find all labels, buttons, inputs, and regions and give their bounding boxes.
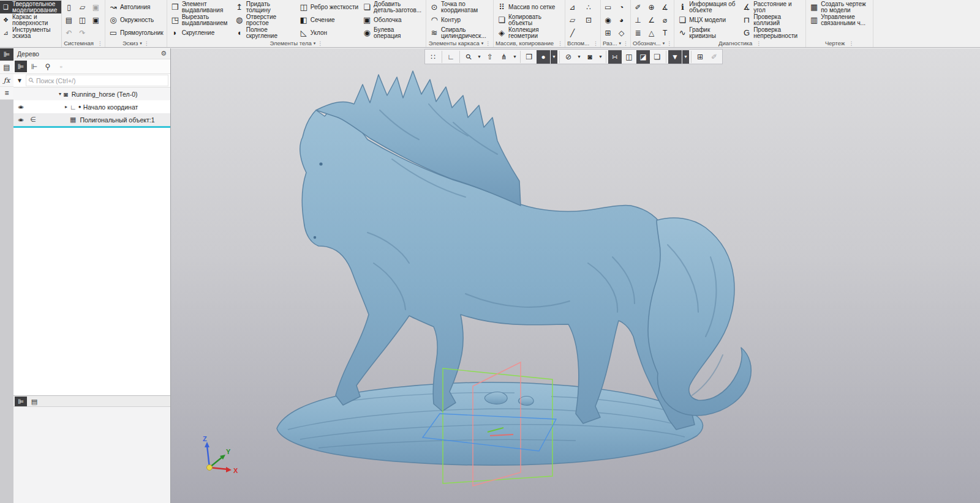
ribbon-button[interactable]: ▣ Оболочка bbox=[361, 13, 424, 26]
ribbon-button[interactable]: ◖ Полное скругление bbox=[233, 26, 296, 39]
triad-icon[interactable]: ⋔ bbox=[497, 50, 511, 64]
ribbon-button[interactable]: ❏ Копировать объекты bbox=[496, 13, 563, 26]
sketch-mode-icon[interactable]: ∟ bbox=[444, 50, 458, 64]
wireframe-box-icon[interactable]: ❒ bbox=[522, 50, 536, 64]
ribbon-button[interactable]: ≋ Спираль цилиндрическ... bbox=[428, 26, 491, 39]
group-dropdown-icon[interactable]: ▾ bbox=[140, 41, 142, 46]
rotate-part-icon[interactable]: ◪ bbox=[636, 50, 650, 64]
ribbon-button[interactable]: ◠ Контур bbox=[428, 13, 491, 26]
ribbon-button[interactable]: ⊞ bbox=[603, 26, 615, 39]
hide-objects-icon[interactable]: ⊘ bbox=[562, 50, 575, 64]
gear-icon[interactable]: ⚙ bbox=[160, 50, 167, 58]
visibility-eye-icon[interactable]: ◉ bbox=[13, 117, 28, 122]
ribbon-button[interactable]: ⠿ Массив по сетке bbox=[496, 1, 563, 13]
tree-row[interactable]: ▾ ◙ Running_horse (Тел-0) bbox=[13, 88, 170, 100]
measure-icon[interactable]: ⊞ bbox=[693, 50, 707, 64]
tree-toolbar-button[interactable]: ⊩ bbox=[28, 61, 40, 72]
ribbon-button[interactable]: ❏ МЦХ модели bbox=[676, 13, 739, 26]
ribbon-button[interactable]: ▤ bbox=[64, 13, 76, 26]
pen-icon[interactable]: ✐ bbox=[707, 50, 721, 64]
ribbon-button[interactable]: ▭ Прямоугольник bbox=[107, 26, 165, 39]
mode-item[interactable]: ❖ Каркас и поверхности bbox=[0, 13, 61, 26]
strip-button[interactable]: ▤ bbox=[0, 61, 13, 74]
ribbon-button[interactable]: ◍ Отверстие простое bbox=[233, 13, 296, 26]
ribbon-button[interactable]: ⊙ Точка по координатам bbox=[428, 1, 491, 13]
expander-icon[interactable]: ▸ bbox=[62, 104, 70, 110]
ribbon-button[interactable]: T bbox=[660, 26, 672, 39]
expander-icon[interactable]: ▾ bbox=[56, 91, 64, 97]
zoom-icon[interactable]: ⚲ bbox=[462, 50, 475, 64]
ribbon-button[interactable]: ↝ Автолиния bbox=[107, 1, 165, 13]
ribbon-button[interactable]: ▱ bbox=[567, 13, 579, 26]
tree-row[interactable]: ◉ ∈ ▦ Полигональный объект:1 bbox=[13, 113, 170, 128]
tree-row[interactable]: ◉ ▸ ∟ ● Начало координат bbox=[13, 100, 170, 113]
ribbon-button[interactable]: G Проверка непрерывности bbox=[741, 26, 804, 39]
ribbon-button[interactable]: ↷ bbox=[77, 26, 89, 39]
ribbon-button[interactable]: ▯ bbox=[64, 1, 76, 13]
ribbon-button[interactable]: ◧ Сечение bbox=[298, 13, 360, 26]
ribbon-button[interactable]: ⌀ bbox=[660, 13, 672, 26]
tree-toolbar-button[interactable]: ⚲ bbox=[42, 61, 54, 72]
ribbon-button[interactable]: ◺ Уклон bbox=[298, 26, 360, 39]
ribbon-button[interactable]: ◎ Окружность bbox=[107, 13, 165, 26]
group-dropdown-icon[interactable]: ▾ bbox=[663, 41, 665, 46]
tree-filter-icon[interactable]: ▼ bbox=[13, 77, 26, 84]
ribbon-button[interactable]: ╱ bbox=[567, 26, 579, 39]
ribbon-button[interactable]: ⊥ bbox=[633, 13, 645, 26]
ribbon-button[interactable]: ⊓ Проверка коллизий bbox=[741, 13, 804, 26]
ribbon-button[interactable]: ◈ Коллекция геометрии bbox=[496, 26, 563, 39]
ribbon-button[interactable]: ▣ bbox=[91, 13, 103, 26]
ribbon-button[interactable]: △ bbox=[646, 26, 658, 39]
grid-icon[interactable]: ∷ bbox=[426, 50, 440, 64]
mode-item[interactable]: ❑ Твердотельное моделирование bbox=[0, 1, 61, 13]
ribbon-button[interactable]: ▣ bbox=[91, 1, 103, 13]
ribbon-button[interactable]: ◫ Ребро жесткости bbox=[298, 1, 360, 13]
clip-view-dropdown[interactable]: ▼ bbox=[597, 50, 604, 64]
ribbon-button[interactable]: ⊿ bbox=[567, 1, 579, 13]
clip-view-icon[interactable]: ◙ bbox=[583, 50, 597, 64]
ribbon-button[interactable]: ✐ bbox=[633, 1, 645, 13]
group-dropdown-icon[interactable]: ▾ bbox=[481, 41, 484, 46]
strip-button[interactable]: ⊫ bbox=[0, 48, 13, 61]
ribbon-button[interactable]: ⊕ bbox=[646, 1, 658, 13]
tree-toolbar-button[interactable]: ▫ bbox=[55, 61, 67, 72]
mode-more-chevron[interactable] bbox=[0, 39, 61, 47]
ribbon-button[interactable]: ◉ bbox=[603, 13, 615, 26]
visibility-eye-icon[interactable]: ◉ bbox=[13, 104, 28, 109]
orientation-dropdown[interactable]: ▼ bbox=[511, 50, 518, 64]
ribbon-button[interactable]: ↥ Придать толщину bbox=[233, 1, 296, 13]
section-display-icon[interactable]: ◫ bbox=[622, 50, 636, 64]
ribbon-button[interactable]: ▥ Управление связанными ч... bbox=[808, 13, 871, 26]
panel-tab[interactable]: ▤ bbox=[28, 397, 40, 406]
ribbon-button[interactable]: ❏ Добавить деталь-заготов... bbox=[361, 1, 424, 13]
zoom-dropdown[interactable]: ▼ bbox=[476, 50, 483, 64]
ribbon-button[interactable]: ◉ Булева операция bbox=[361, 26, 424, 39]
strip-button[interactable]: ƒx bbox=[0, 74, 13, 87]
ribbon-button[interactable]: ▭ bbox=[603, 1, 615, 13]
ribbon-button[interactable]: ℹ Информация об объекте bbox=[676, 1, 739, 13]
ribbon-button[interactable]: ❒ Элемент выдавливания bbox=[169, 1, 232, 13]
filter-dropdown[interactable]: ▼ bbox=[682, 50, 689, 64]
orientation-icon[interactable]: ⇧ bbox=[483, 50, 497, 64]
panel-tab[interactable]: ⊫ bbox=[15, 397, 27, 406]
ribbon-button[interactable]: ≣ bbox=[633, 26, 645, 39]
mode-item[interactable]: ⊿ Инструменты эскиза bbox=[0, 26, 61, 39]
strip-button[interactable]: ≡ bbox=[0, 87, 13, 100]
ribbon-button[interactable]: ∿ График кривизны bbox=[676, 26, 739, 39]
ribbon-button[interactable]: ▦ Создать чертеж по модели bbox=[808, 1, 871, 13]
ribbon-button[interactable]: ◕ bbox=[616, 13, 628, 26]
model-viewport[interactable]: Z Y X ∷ ∟ bbox=[171, 48, 980, 503]
hide-objects-dropdown[interactable]: ▼ bbox=[576, 50, 582, 64]
tree-toolbar-button[interactable]: ⊫ bbox=[15, 61, 27, 72]
group-dropdown-icon[interactable]: ▾ bbox=[314, 41, 316, 46]
ribbon-button[interactable]: ◗ Скругление bbox=[169, 26, 232, 39]
ribbon-button[interactable]: ∠ bbox=[646, 13, 658, 26]
group-dropdown-icon[interactable]: ▾ bbox=[619, 41, 622, 46]
search-input[interactable]: ⚲ Поиск (Ctrl+/) bbox=[26, 75, 168, 86]
ribbon-button[interactable]: ∡ Расстояние и угол bbox=[741, 1, 804, 13]
sheet-edit-icon[interactable]: ❏ bbox=[650, 50, 664, 64]
ribbon-button[interactable]: ◇ bbox=[616, 26, 628, 39]
horse-model[interactable] bbox=[300, 71, 752, 430]
shaded-mode-icon[interactable]: ● bbox=[537, 50, 550, 64]
ribbon-button[interactable]: ▱ bbox=[77, 1, 89, 13]
